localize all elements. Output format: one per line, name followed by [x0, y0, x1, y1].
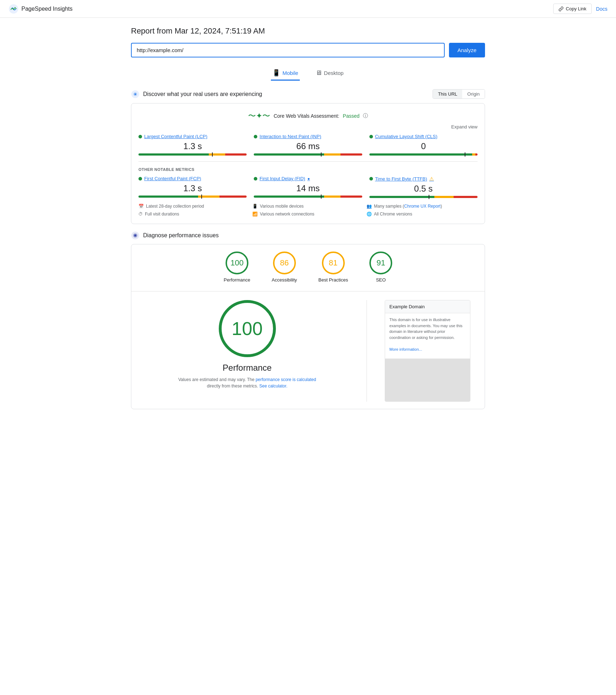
seo-label: SEO	[376, 277, 385, 283]
accessibility-label: Accessibility	[272, 277, 297, 283]
globe-icon: 🌐	[367, 212, 372, 217]
chrome-ux-report-link[interactable]: Chrome UX Report	[404, 204, 440, 209]
info-collection-period: 📅 Latest 28-day collection period	[138, 204, 249, 209]
metric-fid: First Input Delay (FID) ● 14 ms	[254, 176, 362, 198]
inp-value: 66 ms	[254, 141, 362, 151]
app-header: PageSpeed Insights Copy Link Docs	[0, 0, 616, 18]
expand-view-button[interactable]: Expand view	[138, 124, 478, 130]
wifi-icon: 📶	[252, 212, 258, 217]
lcp-bar	[138, 153, 247, 156]
crux-title: Discover what your real users are experi…	[143, 91, 262, 97]
diagnose-section-header: Diagnose performance issues	[131, 231, 485, 240]
cwv-header: 〜✦〜 Core Web Vitals Assessment: Passed ⓘ	[138, 111, 478, 121]
info-samples: 👥 Many samples (Chrome UX Report)	[367, 204, 478, 209]
fid-value: 14 ms	[254, 183, 362, 193]
ttfb-label: Time to First Byte (TTFB)	[375, 176, 427, 182]
timer-icon: ⏱	[138, 212, 143, 217]
fcp-value: 1.3 s	[138, 183, 247, 193]
pagespeed-logo	[9, 4, 19, 14]
diagnose-card: 100 Performance 86 Accessibility 81 Best…	[131, 244, 485, 409]
performance-description: Values are estimated and may vary. The p…	[178, 376, 316, 389]
tab-desktop-label: Desktop	[324, 70, 344, 76]
cls-label: Cumulative Layout Shift (CLS)	[375, 134, 438, 139]
best-practices-label: Best Practices	[318, 277, 348, 283]
url-input[interactable]	[131, 43, 445, 57]
tab-mobile-label: Mobile	[282, 70, 298, 76]
svg-point-6	[134, 234, 136, 237]
fcp-bar	[138, 196, 247, 198]
performance-big-circle: 100	[219, 300, 276, 357]
cls-dot	[369, 135, 373, 138]
cls-value: 0	[369, 141, 478, 151]
metric-inp: Interaction to Next Paint (INP) 66 ms	[254, 134, 362, 156]
notable-label: OTHER NOTABLE METRICS	[138, 167, 478, 172]
score-accessibility[interactable]: 86 Accessibility	[272, 252, 297, 283]
info-network: 📶 Various network connections	[252, 212, 363, 217]
metric-ttfb: Time to First Byte (TTFB) ⚠ 0.5 s	[369, 176, 478, 198]
fid-bar	[254, 196, 362, 198]
main-content: Report from Mar 12, 2024, 7:51:19 AM Ana…	[122, 18, 494, 425]
tab-mobile[interactable]: 📱 Mobile	[271, 66, 299, 81]
header-right: Copy Link Docs	[553, 4, 607, 14]
fid-label: First Input Delay (FID)	[259, 176, 305, 181]
report-title: Report from Mar 12, 2024, 7:51:19 AM	[131, 26, 485, 36]
cwv-info-icon: ⓘ	[363, 113, 368, 119]
ttfb-warning-icon: ⚠	[429, 176, 434, 182]
info-visit-durations: ⏱ Full visit durations	[138, 212, 249, 217]
perf-divider	[367, 300, 367, 402]
diagnose-title: Diagnose performance issues	[143, 232, 219, 239]
lcp-value: 1.3 s	[138, 141, 247, 151]
score-best-practices[interactable]: 81 Best Practices	[318, 252, 348, 283]
header-left: PageSpeed Insights	[9, 4, 72, 14]
cwv-label: Core Web Vitals Assessment:	[274, 113, 339, 119]
perf-left: 100 Performance Values are estimated and…	[146, 300, 349, 402]
cls-bar	[369, 153, 478, 156]
scores-divider	[131, 291, 485, 291]
screenshot-preview-area	[385, 359, 470, 401]
cwv-pulse-icon: 〜✦〜	[248, 111, 270, 121]
score-performance[interactable]: 100 Performance	[224, 252, 250, 283]
origin-button[interactable]: Origin	[462, 90, 485, 98]
inp-label: Interaction to Next Paint (INP)	[259, 134, 321, 139]
seo-circle: 91	[369, 252, 392, 274]
accessibility-circle: 86	[273, 252, 296, 274]
see-calculator-link[interactable]: See calculator.	[259, 384, 288, 389]
screenshot-more-link[interactable]: More information...	[389, 347, 422, 351]
fcp-dot	[138, 177, 142, 181]
lcp-label: Largest Contentful Paint (LCP)	[144, 134, 207, 139]
url-bar: Analyze	[131, 43, 485, 57]
mobile-icon: 📱	[272, 69, 280, 77]
copy-link-button[interactable]: Copy Link	[553, 4, 592, 14]
crux-icon	[131, 90, 140, 98]
phone-icon: 📱	[252, 204, 258, 209]
screenshot-card: Example Domain This domain is for use in…	[385, 300, 470, 402]
crux-card: 〜✦〜 Core Web Vitals Assessment: Passed ⓘ…	[131, 103, 485, 224]
metric-cls: Cumulative Layout Shift (CLS) 0	[369, 134, 478, 156]
url-origin-toggle: This URL Origin	[433, 89, 485, 99]
users-icon: 👥	[367, 204, 372, 209]
info-chrome-versions: 🌐 All Chrome versions	[367, 212, 478, 217]
app-title: PageSpeed Insights	[21, 6, 72, 12]
cwv-divider	[138, 161, 478, 162]
score-seo[interactable]: 91 SEO	[369, 252, 392, 283]
best-practices-circle: 81	[322, 252, 345, 274]
this-url-button[interactable]: This URL	[433, 90, 462, 98]
performance-circle: 100	[226, 252, 248, 274]
fid-info-icon: ●	[307, 176, 310, 181]
tab-desktop[interactable]: 🖥 Desktop	[314, 66, 345, 81]
docs-link[interactable]: Docs	[596, 6, 607, 12]
ttfb-value: 0.5 s	[369, 184, 478, 194]
info-mobile-devices: 📱 Various mobile devices	[252, 204, 363, 209]
crux-info-row: 📅 Latest 28-day collection period 📱 Vari…	[138, 204, 478, 217]
ttfb-dot	[369, 177, 373, 181]
cwv-metrics-grid: Largest Contentful Paint (LCP) 1.3 s Int…	[138, 134, 478, 156]
cwv-status: Passed	[343, 113, 360, 119]
notable-metrics-grid: First Contentful Paint (FCP) 1.3 s First…	[138, 176, 478, 198]
perf-score-calc-link[interactable]: performance score is calculated	[256, 377, 316, 382]
fid-dot	[254, 177, 257, 181]
performance-label: Performance	[224, 277, 250, 283]
analyze-button[interactable]: Analyze	[449, 43, 485, 57]
inp-bar	[254, 153, 362, 156]
desktop-icon: 🖥	[315, 69, 322, 77]
metric-lcp: Largest Contentful Paint (LCP) 1.3 s	[138, 134, 247, 156]
